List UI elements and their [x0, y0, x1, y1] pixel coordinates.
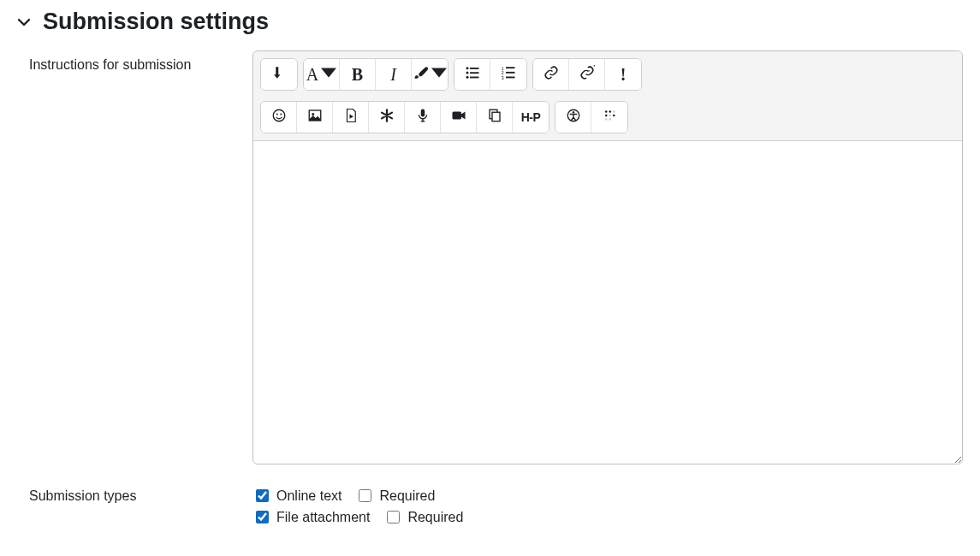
svg-point-25: [605, 118, 608, 121]
asterisk-icon: [379, 108, 395, 127]
h5p-button[interactable]: H-P: [513, 102, 549, 133]
row-submission-types: Submission types Online text Required Fi…: [17, 487, 963, 529]
label-submission-types: Submission types: [17, 487, 252, 504]
alert-button[interactable]: !: [605, 59, 641, 90]
unordered-list-icon: [465, 65, 480, 85]
svg-point-0: [466, 67, 468, 69]
svg-point-4: [466, 75, 468, 78]
svg-point-2: [466, 71, 468, 74]
svg-point-16: [312, 113, 314, 115]
online-text-required-checkbox[interactable]: [359, 489, 371, 502]
screenreader-button[interactable]: [591, 102, 627, 133]
camera-icon: [451, 108, 466, 127]
editor-toolbar: A B I: [253, 51, 962, 140]
chevron-down-icon: [17, 15, 31, 29]
italic-letter: I: [390, 65, 396, 85]
label-instructions: Instructions for submission: [17, 50, 252, 73]
braille-icon: [602, 108, 617, 127]
svg-point-12: [273, 109, 285, 121]
section-header[interactable]: Submission settings: [17, 9, 963, 35]
smile-icon: [271, 108, 287, 127]
accessibility-button[interactable]: [555, 102, 591, 133]
row-instructions: Instructions for submission A: [17, 50, 963, 464]
editor-content-area[interactable]: [253, 140, 962, 464]
file-attachment-required-checkbox[interactable]: [387, 511, 400, 523]
svg-point-28: [609, 118, 611, 121]
file-attachment-required-label[interactable]: Required: [407, 510, 472, 525]
h5p-label: H-P: [521, 110, 541, 124]
font-style-button[interactable]: A: [304, 59, 340, 90]
svg-point-26: [609, 110, 611, 113]
copy-icon: [487, 108, 502, 127]
record-video-button[interactable]: [441, 102, 477, 133]
expand-icon: [271, 65, 287, 85]
svg-rect-3: [470, 72, 479, 74]
ordered-list-icon: 123: [501, 65, 516, 85]
copy-button[interactable]: [477, 102, 513, 133]
unlink-button[interactable]: [569, 59, 605, 90]
svg-point-30: [613, 114, 615, 116]
image-button[interactable]: [297, 102, 333, 133]
link-icon: [543, 65, 559, 85]
svg-rect-20: [492, 112, 500, 121]
file-attachment-checkbox[interactable]: [256, 511, 269, 523]
online-text-label[interactable]: Online text: [276, 488, 350, 504]
link-button[interactable]: [533, 59, 569, 90]
media-button[interactable]: [333, 102, 369, 133]
font-style-letter: A: [306, 65, 318, 85]
italic-button[interactable]: I: [376, 59, 412, 90]
svg-rect-9: [506, 71, 515, 73]
svg-point-23: [605, 110, 608, 113]
unordered-list-button[interactable]: [454, 59, 490, 90]
unlink-icon: [579, 65, 595, 85]
svg-rect-18: [452, 111, 461, 119]
svg-point-14: [280, 113, 282, 115]
text-color-button[interactable]: [412, 59, 448, 90]
svg-point-22: [572, 111, 573, 113]
brush-icon: [413, 65, 429, 85]
record-audio-button[interactable]: [405, 102, 441, 133]
svg-rect-7: [506, 67, 515, 68]
microphone-icon: [415, 108, 431, 127]
svg-point-27: [609, 114, 611, 116]
accessibility-icon: [566, 108, 581, 127]
bold-button[interactable]: B: [340, 59, 376, 90]
manage-files-button[interactable]: [369, 102, 405, 133]
online-text-checkbox[interactable]: [256, 489, 269, 502]
online-text-required-label[interactable]: Required: [379, 488, 443, 504]
svg-rect-5: [470, 76, 479, 78]
svg-point-29: [613, 110, 615, 113]
caret-down-icon: [321, 65, 336, 85]
rich-text-editor: A B I: [252, 50, 963, 464]
caret-down-icon: [431, 65, 447, 85]
svg-point-13: [276, 113, 277, 115]
svg-rect-17: [420, 109, 425, 116]
file-attachment-label[interactable]: File attachment: [276, 510, 378, 525]
svg-rect-11: [506, 76, 515, 78]
emoji-button[interactable]: [261, 102, 297, 133]
section-title: Submission settings: [43, 9, 269, 35]
toolbar-toggle-button[interactable]: [261, 59, 297, 90]
svg-text:3: 3: [502, 74, 504, 80]
bold-letter: B: [352, 65, 363, 85]
svg-rect-1: [470, 68, 479, 69]
svg-point-24: [605, 114, 608, 116]
ordered-list-button[interactable]: 123: [490, 59, 526, 90]
image-icon: [307, 108, 323, 127]
video-file-icon: [343, 108, 359, 127]
